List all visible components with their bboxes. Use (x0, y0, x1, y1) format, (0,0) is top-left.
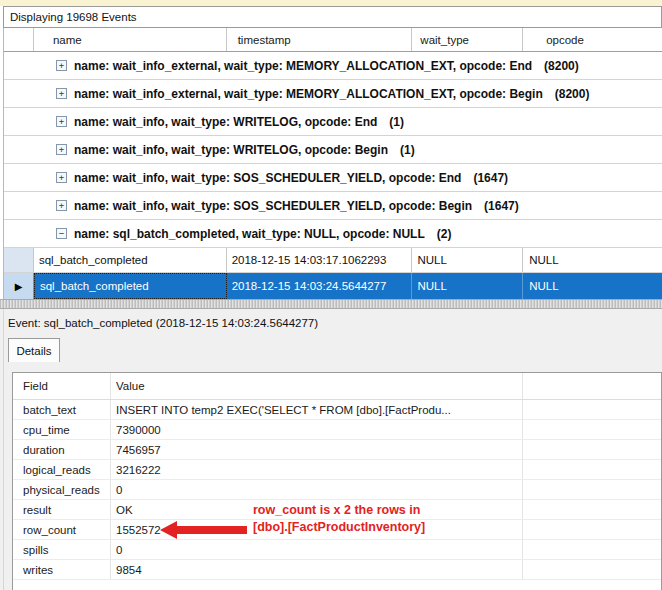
group-count: (8200) (544, 59, 579, 73)
tab-details-label: Details (16, 345, 51, 357)
group-count: (1) (389, 115, 404, 129)
expand-icon[interactable]: + (56, 116, 67, 127)
grid-header-row: name timestamp wait_type opcode (4, 28, 662, 52)
detail-row-writes[interactable]: writes 9854 (13, 560, 661, 580)
column-header-name[interactable]: name (34, 28, 227, 51)
group-label: name: wait_info, wait_type: WRITELOG, op… (74, 115, 377, 129)
current-row-arrow-icon: ▶ (15, 281, 23, 292)
detail-value: 7390000 (111, 420, 523, 439)
detail-field: duration (13, 440, 111, 459)
column-header-timestamp[interactable]: timestamp (227, 28, 413, 51)
detail-value: 3216222 (111, 460, 523, 479)
arrow-head (160, 521, 177, 539)
cell-opcode: NULL (523, 248, 662, 272)
group-row-writelog-end[interactable]: + name: wait_info, wait_type: WRITELOG, … (4, 108, 662, 136)
tab-details[interactable]: Details (8, 338, 60, 362)
group-label: name: wait_info, wait_type: SOS_SCHEDULE… (74, 171, 461, 185)
annotation-line-2: [dbo].[FactProductInventory] (253, 519, 425, 536)
pane-splitter[interactable] (0, 299, 662, 309)
detail-row-physical-reads[interactable]: physical_reads 0 (13, 480, 661, 500)
events-count-bar: Displaying 19698 Events (3, 6, 662, 28)
detail-row-spills[interactable]: spills 0 (13, 540, 661, 560)
expand-icon[interactable]: + (56, 200, 67, 211)
detail-row-batch-text[interactable]: batch_text INSERT INTO temp2 EXEC('SELEC… (13, 400, 661, 420)
detail-value: INSERT INTO temp2 EXEC('SELECT * FROM [d… (111, 400, 523, 419)
group-row-sql-batch-completed[interactable]: − name: sql_batch_completed, wait_type: … (4, 220, 662, 248)
events-viewer-window: Displaying 19698 Events name timestamp w… (0, 0, 662, 590)
detail-field: physical_reads (13, 480, 111, 499)
details-header-row: Field Value (13, 373, 661, 400)
group-label: name: wait_info_external, wait_type: MEM… (74, 59, 532, 73)
group-label: name: wait_info_external, wait_type: MEM… (74, 87, 543, 101)
group-label: name: wait_info, wait_type: SOS_SCHEDULE… (74, 199, 472, 213)
detail-field: result (13, 500, 111, 519)
event-row-selected[interactable]: ▶ sql_batch_completed 2018-12-15 14:03:2… (4, 273, 662, 299)
expand-icon[interactable]: + (56, 88, 67, 99)
group-label: name: wait_info, wait_type: WRITELOG, op… (74, 143, 388, 157)
detail-value: 0 (111, 480, 523, 499)
group-label: name: sql_batch_completed, wait_type: NU… (74, 227, 425, 241)
expand-icon[interactable]: + (56, 172, 67, 183)
detail-empty (523, 540, 661, 559)
annotation-note: row_count is x 2 the rows in [dbo].[Fact… (253, 502, 425, 536)
row-selector-cell: ▶ (4, 273, 34, 299)
detail-field: writes (13, 560, 111, 579)
detail-empty (523, 440, 661, 459)
detail-field: batch_text (13, 400, 111, 419)
cell-wait-type: NULL (412, 248, 523, 272)
detail-field: logical_reads (13, 460, 111, 479)
group-row-writelog-begin[interactable]: + name: wait_info, wait_type: WRITELOG, … (4, 136, 662, 164)
detail-row-logical-reads[interactable]: logical_reads 3216222 (13, 460, 661, 480)
detail-empty (523, 520, 661, 539)
group-count: (8200) (555, 87, 590, 101)
group-count: (2) (437, 227, 452, 241)
pane-left-edge (3, 309, 4, 590)
group-row-memory-allocation-begin[interactable]: + name: wait_info_external, wait_type: M… (4, 80, 662, 108)
detail-field: row_count (13, 520, 111, 539)
detail-empty (523, 420, 661, 439)
detail-empty (523, 400, 661, 419)
detail-value: 7456957 (111, 440, 523, 459)
cell-opcode: NULL (523, 273, 662, 299)
detail-row-duration[interactable]: duration 7456957 (13, 440, 661, 460)
group-row-memory-allocation-end[interactable]: + name: wait_info_external, wait_type: M… (4, 52, 662, 80)
group-row-sos-scheduler-begin[interactable]: + name: wait_info, wait_type: SOS_SCHEDU… (4, 192, 662, 220)
selected-event-label: Event: sql_batch_completed (2018-12-15 1… (8, 317, 318, 329)
cell-name: sql_batch_completed (34, 273, 227, 299)
group-count: (1) (400, 143, 415, 157)
cell-wait-type: NULL (412, 273, 523, 299)
detail-empty (523, 480, 661, 499)
details-column-field[interactable]: Field (13, 373, 111, 399)
row-selector-cell (4, 248, 34, 272)
annotation-line-1: row_count is x 2 the rows in (253, 502, 425, 519)
expand-icon[interactable]: + (56, 60, 67, 71)
detail-value: 9854 (111, 560, 523, 579)
group-count: (1647) (484, 199, 519, 213)
cell-timestamp: 2018-12-15 14:03:24.5644277 (227, 273, 413, 299)
column-header-wait-type[interactable]: wait_type (412, 28, 523, 51)
group-count: (1647) (473, 171, 508, 185)
detail-empty (523, 500, 661, 519)
details-column-value[interactable]: Value (111, 373, 523, 399)
expand-icon[interactable]: + (56, 144, 67, 155)
group-row-sos-scheduler-end[interactable]: + name: wait_info, wait_type: SOS_SCHEDU… (4, 164, 662, 192)
detail-field: cpu_time (13, 420, 111, 439)
column-header-opcode[interactable]: opcode (523, 28, 662, 51)
events-grid: name timestamp wait_type opcode + name: … (3, 28, 662, 299)
event-row[interactable]: sql_batch_completed 2018-12-15 14:03:17.… (4, 248, 662, 273)
events-count-label: Displaying 19698 Events (10, 11, 137, 23)
detail-row-cpu-time[interactable]: cpu_time 7390000 (13, 420, 661, 440)
collapse-icon[interactable]: − (56, 228, 67, 239)
row-selector-header (4, 28, 34, 51)
cell-name: sql_batch_completed (34, 248, 227, 272)
detail-empty (523, 560, 661, 579)
details-table: Field Value batch_text INSERT INTO temp2… (12, 372, 662, 590)
annotation-arrow-icon (160, 521, 247, 539)
arrow-shaft (176, 526, 247, 534)
detail-field: spills (13, 540, 111, 559)
event-detail-pane: Event: sql_batch_completed (2018-12-15 1… (0, 309, 662, 590)
details-column-empty (523, 373, 661, 399)
detail-empty (523, 460, 661, 479)
cell-timestamp: 2018-12-15 14:03:17.1062293 (227, 248, 413, 272)
detail-value: 0 (111, 540, 523, 559)
